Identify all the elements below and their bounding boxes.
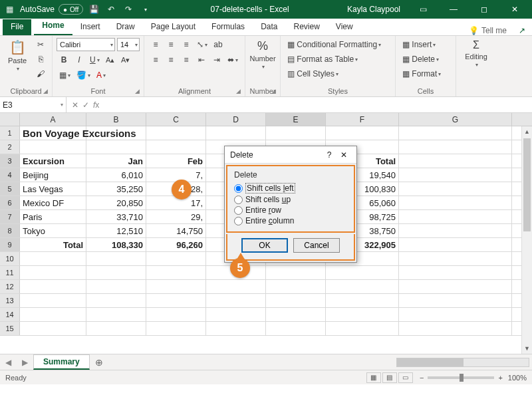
row-header[interactable]: 11 (0, 266, 20, 279)
redo-icon[interactable]: ↷ (122, 3, 135, 16)
radio-entire-column[interactable]: Entire column (234, 215, 347, 226)
tab-data[interactable]: Data (253, 19, 285, 35)
tab-view[interactable]: View (328, 19, 361, 35)
share-button[interactable]: ↗ (512, 26, 532, 35)
ribbon-options-icon[interactable]: ▭ (408, 0, 438, 19)
format-cells-button[interactable]: ▦ Format▾ (400, 67, 452, 80)
tab-review[interactable]: Review (285, 19, 327, 35)
format-painter-button[interactable]: 🖌 (33, 67, 48, 80)
radio-shift-up[interactable]: Shift cells up (234, 194, 347, 205)
orientation-button[interactable]: ⤡▾ (194, 38, 210, 51)
close-button[interactable]: ✕ (500, 0, 529, 19)
col-header-g[interactable]: G (399, 113, 512, 126)
number-launcher[interactable]: ◢ (271, 88, 276, 94)
col-header-f[interactable]: F (326, 113, 399, 126)
view-page-break-button[interactable]: ▭ (398, 372, 413, 383)
row-header[interactable]: 14 (0, 308, 20, 321)
tab-insert[interactable]: Insert (72, 19, 108, 35)
wrap-text-button[interactable]: ab (211, 38, 225, 51)
bold-button[interactable]: B (57, 53, 71, 66)
radio-entire-row[interactable]: Entire row (234, 205, 347, 215)
horizontal-scrollbar[interactable] (108, 358, 532, 367)
decrease-indent-button[interactable]: ⇤ (194, 53, 209, 66)
dialog-help-button[interactable]: ? (322, 150, 336, 160)
dialog-ok-button[interactable]: OK (241, 238, 288, 253)
conditional-formatting-button[interactable]: ▦ Conditional Formatting▾ (285, 38, 391, 51)
underline-button[interactable]: U▾ (87, 53, 102, 66)
sheet-nav-next[interactable]: ▶ (17, 358, 33, 367)
dialog-cancel-button[interactable]: Cancel (293, 238, 340, 253)
radio-shift-left[interactable]: Shift cells left (234, 182, 347, 194)
row-header[interactable]: 6 (0, 196, 20, 209)
cell-styles-button[interactable]: ▥ Cell Styles▾ (285, 67, 391, 80)
row-header[interactable]: 15 (0, 322, 20, 335)
view-page-layout-button[interactable]: ▤ (382, 372, 397, 383)
paste-button[interactable]: 📋 Paste▾ (4, 38, 31, 73)
scroll-up-icon[interactable]: ▲ (522, 126, 532, 137)
zoom-out-button[interactable]: − (420, 374, 424, 382)
align-top-button[interactable]: ≡ (148, 38, 163, 51)
undo-icon[interactable]: ↶ (104, 3, 118, 16)
alignment-launcher[interactable]: ◢ (236, 88, 241, 94)
row-header[interactable]: 8 (0, 224, 20, 237)
tell-me[interactable]: 💡Tell me (469, 26, 512, 35)
cut-button[interactable]: ✂ (33, 38, 48, 51)
formula-input[interactable] (104, 97, 532, 112)
user-name[interactable]: Kayla Claypool (347, 5, 400, 14)
name-box[interactable]: E3 (0, 97, 66, 112)
italic-button[interactable]: I (72, 53, 86, 66)
align-middle-button[interactable]: ≡ (164, 38, 178, 51)
row-header[interactable]: 5 (0, 182, 20, 196)
add-sheet-button[interactable]: ⊕ (90, 357, 108, 368)
font-launcher[interactable]: ◢ (135, 88, 140, 94)
insert-cells-button[interactable]: ▦ Insert▾ (400, 38, 452, 51)
autosave-toggle[interactable]: ●Off (59, 4, 83, 15)
col-header-e[interactable]: E (266, 113, 326, 126)
borders-button[interactable]: ▦▾ (57, 68, 73, 82)
save-icon[interactable]: 💾 (87, 3, 100, 16)
sheet-nav-prev[interactable]: ◀ (0, 358, 17, 367)
row-header[interactable]: 3 (0, 154, 20, 168)
tab-home[interactable]: Home (34, 18, 72, 35)
merge-button[interactable]: ⬌▾ (225, 53, 241, 66)
qat-dropdown-icon[interactable]: ▾ (139, 3, 152, 16)
row-header[interactable]: 1 (0, 126, 20, 140)
cancel-formula-icon[interactable]: ✕ (72, 100, 78, 110)
vertical-scrollbar[interactable]: ▲ ▼ (521, 126, 532, 354)
tab-page-layout[interactable]: Page Layout (143, 19, 203, 35)
zoom-in-button[interactable]: + (498, 374, 502, 382)
col-header-b[interactable]: B (86, 113, 146, 126)
grow-font-button[interactable]: A▴ (103, 53, 118, 66)
select-all-corner[interactable] (0, 113, 20, 126)
zoom-slider[interactable] (428, 376, 494, 379)
row-header[interactable]: 13 (0, 294, 20, 307)
fill-color-button[interactable]: 🪣▾ (74, 68, 93, 82)
scroll-thumb[interactable] (523, 138, 531, 231)
delete-cells-button[interactable]: ▦ Delete▾ (400, 53, 452, 66)
increase-indent-button[interactable]: ⇥ (209, 53, 224, 66)
format-as-table-button[interactable]: ▤ Format as Table▾ (285, 53, 391, 66)
col-header-a[interactable]: A (20, 113, 86, 126)
editing-button[interactable]: Σ Editing▾ (460, 38, 492, 69)
row-header[interactable]: 7 (0, 210, 20, 223)
row-header[interactable]: 10 (0, 252, 20, 265)
cell[interactable]: Bon Voyage Excursions (20, 126, 86, 140)
row-header[interactable]: 4 (0, 168, 20, 182)
align-bottom-button[interactable]: ≡ (179, 38, 194, 51)
font-name-select[interactable]: Calibri (57, 38, 115, 51)
row-header[interactable]: 12 (0, 280, 20, 293)
maximize-button[interactable]: ◻ (469, 0, 499, 19)
number-format-button[interactable]: % Number▾ (249, 38, 276, 71)
col-header-c[interactable]: C (146, 113, 206, 126)
dialog-close-button[interactable]: ✕ (336, 150, 351, 160)
font-size-select[interactable]: 14 (117, 38, 140, 51)
sheet-tab-summary[interactable]: Summary (33, 354, 90, 370)
tab-formulas[interactable]: Formulas (203, 19, 253, 35)
clipboard-launcher[interactable]: ◢ (43, 88, 48, 94)
minimize-button[interactable]: — (439, 0, 468, 19)
col-header-d[interactable]: D (206, 113, 266, 126)
tab-file[interactable]: File (3, 19, 31, 35)
scroll-down-icon[interactable]: ▼ (522, 343, 532, 354)
tab-draw[interactable]: Draw (108, 19, 143, 35)
fx-icon[interactable]: fx (93, 100, 99, 110)
